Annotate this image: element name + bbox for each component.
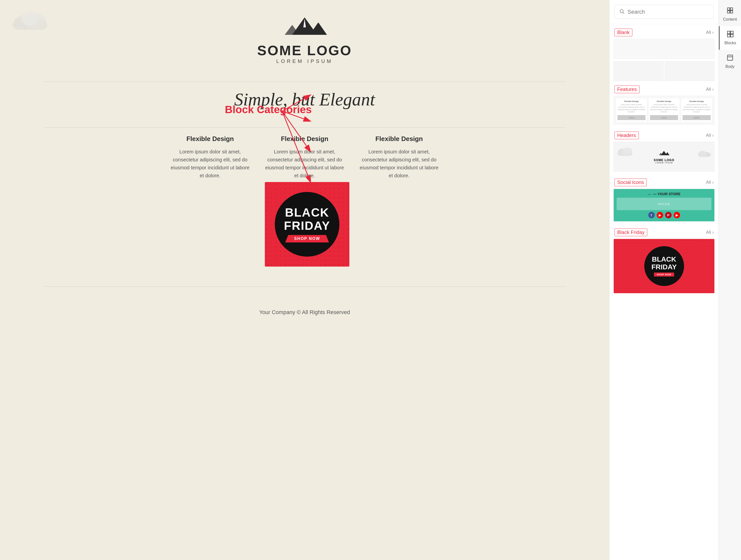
- social-store-label: — — YOUR STORE: [617, 192, 712, 196]
- svg-rect-31: [731, 34, 733, 37]
- feature-text-3: Lorem ipsum dolor sit amet, consectetur …: [359, 148, 439, 180]
- social-icons-row: f ▶ P ▶: [617, 212, 712, 218]
- svg-rect-30: [727, 34, 730, 37]
- svg-rect-32: [727, 55, 733, 60]
- blank-half-right[interactable]: [665, 61, 715, 81]
- feature-title-1: Flexible Design: [170, 135, 250, 143]
- header-block-preview[interactable]: SOME LOGO LOREM IPSUM: [613, 142, 715, 171]
- logo-section: SOME LOGO LOREM IPSUM: [257, 15, 352, 64]
- category-all-social[interactable]: All ›: [706, 180, 714, 185]
- facebook-icon[interactable]: f: [648, 212, 655, 218]
- bf-cta: SHOP NOW: [288, 235, 326, 242]
- feature-preview-1: Flexible Design Lorem ipsum dolor sit am…: [616, 98, 647, 122]
- svg-rect-27: [730, 11, 733, 13]
- search-bar: [609, 0, 719, 24]
- bf-preview-text: BLACK FRIDAY: [652, 256, 677, 271]
- svg-rect-28: [727, 31, 730, 33]
- toolbar-label-body: Body: [725, 64, 734, 69]
- blocks-section: Blank All › Features All › Flexible Desi…: [609, 24, 719, 293]
- youtube2-icon[interactable]: ▶: [674, 212, 680, 218]
- search-input[interactable]: [628, 9, 709, 15]
- features-block-preview[interactable]: Flexible Design Lorem ipsum dolor sit am…: [613, 96, 715, 125]
- bf-preview-circle: BLACK FRIDAY SHOP NOW: [644, 246, 684, 286]
- category-all-features[interactable]: All ›: [706, 87, 714, 92]
- right-toolbar: Content Blocks Body: [719, 0, 741, 560]
- category-row-blackfriday: Black Friday All ›: [613, 224, 715, 239]
- bf-preview-cta: SHOP NOW: [654, 273, 674, 277]
- blocks-icon: [727, 30, 734, 39]
- social-block-preview[interactable]: — — YOUR STORE IMAGE f ▶ P ▶: [613, 189, 715, 222]
- search-icon: [619, 9, 625, 15]
- logo-subtitle: LOREM IPSUM: [276, 58, 333, 64]
- feature-title-2: Flexible Design: [265, 135, 344, 143]
- svg-rect-25: [730, 8, 733, 10]
- feature-text-1: Lorem ipsum dolor sit amet, consectetur …: [170, 148, 250, 180]
- category-all-blackfriday[interactable]: All ›: [706, 230, 714, 235]
- blank-block-halves: [613, 61, 715, 81]
- toolbar-item-body[interactable]: Body: [719, 50, 741, 73]
- pinterest-icon[interactable]: P: [665, 212, 672, 218]
- search-input-wrapper[interactable]: [614, 5, 714, 19]
- divider-middle: [44, 127, 565, 128]
- svg-rect-24: [727, 8, 730, 10]
- divider-bottom: [44, 286, 565, 287]
- black-friday-banner: BLACK FRIDAY SHOP NOW: [265, 182, 349, 267]
- header-preview-logo: SOME LOGO LOREM IPSUM: [654, 150, 674, 164]
- category-row-social: Social Icons All ›: [613, 174, 715, 189]
- logo-title: SOME LOGO: [257, 42, 352, 58]
- category-all-blank[interactable]: All ›: [706, 30, 714, 35]
- youtube-icon[interactable]: ▶: [657, 212, 663, 218]
- feature-text-2: Lorem ipsum dolor sit amet, consectetur …: [265, 148, 344, 180]
- svg-line-15: [623, 12, 624, 14]
- email-canvas: SOME LOGO LOREM IPSUM Simple, but Elegan…: [0, 0, 609, 326]
- feature-title-3: Flexible Design: [359, 135, 439, 143]
- svg-rect-29: [731, 31, 733, 33]
- svg-point-14: [620, 10, 623, 13]
- features-row: Flexible Design Lorem ipsum dolor sit am…: [15, 135, 594, 267]
- feature-col-1: Flexible Design Lorem ipsum dolor sit am…: [170, 135, 250, 267]
- content-icon: [727, 7, 734, 16]
- category-row-blank: Blank All ›: [613, 24, 715, 39]
- category-row-features: Features All ›: [613, 81, 715, 96]
- svg-point-3: [21, 12, 39, 25]
- category-name-blackfriday: Black Friday: [614, 228, 647, 236]
- body-icon: [727, 54, 734, 63]
- blackfriday-block-preview[interactable]: BLACK FRIDAY SHOP NOW: [613, 239, 715, 293]
- blank-half-left[interactable]: [613, 61, 664, 81]
- feature-preview-3: Flexible Design Lorem ipsum dolor sit am…: [681, 98, 713, 122]
- svg-point-23: [698, 151, 706, 157]
- bf-circle: BLACK FRIDAY SHOP NOW: [275, 192, 339, 257]
- category-name-blank: Blank: [614, 28, 632, 36]
- svg-point-18: [622, 147, 632, 155]
- category-name-headers: Headers: [614, 132, 639, 139]
- toolbar-item-blocks[interactable]: Blocks: [719, 26, 741, 50]
- svg-rect-26: [727, 11, 730, 13]
- bf-text: BLACK FRIDAY: [284, 206, 330, 232]
- canvas-area: SOME LOGO LOREM IPSUM Simple, but Elegan…: [0, 0, 609, 560]
- cloud-decoration-left: [10, 10, 50, 31]
- canvas-footer: Your Company © All Rights Reserved: [259, 309, 350, 316]
- category-all-headers[interactable]: All ›: [706, 133, 714, 138]
- toolbar-item-content[interactable]: Content: [719, 2, 741, 26]
- blank-block-full[interactable]: [613, 39, 715, 59]
- social-image-placeholder: IMAGE: [617, 198, 712, 210]
- category-name-social: Social Icons: [614, 179, 647, 186]
- toolbar-label-blocks: Blocks: [724, 41, 736, 45]
- tagline: Simple, but Elegant: [234, 89, 375, 110]
- feature-col-3: Flexible Design Lorem ipsum dolor sit am…: [359, 135, 439, 267]
- toolbar-label-content: Content: [723, 17, 737, 22]
- feature-col-2: Flexible Design Lorem ipsum dolor sit am…: [265, 135, 344, 267]
- blocks-panel: Blank All › Features All › Flexible Desi…: [609, 0, 719, 560]
- feature-preview-2: Flexible Design Lorem ipsum dolor sit am…: [648, 98, 680, 122]
- logo-mountain-icon: [280, 15, 330, 42]
- category-name-features: Features: [614, 85, 639, 93]
- category-row-headers: Headers All ›: [613, 127, 715, 142]
